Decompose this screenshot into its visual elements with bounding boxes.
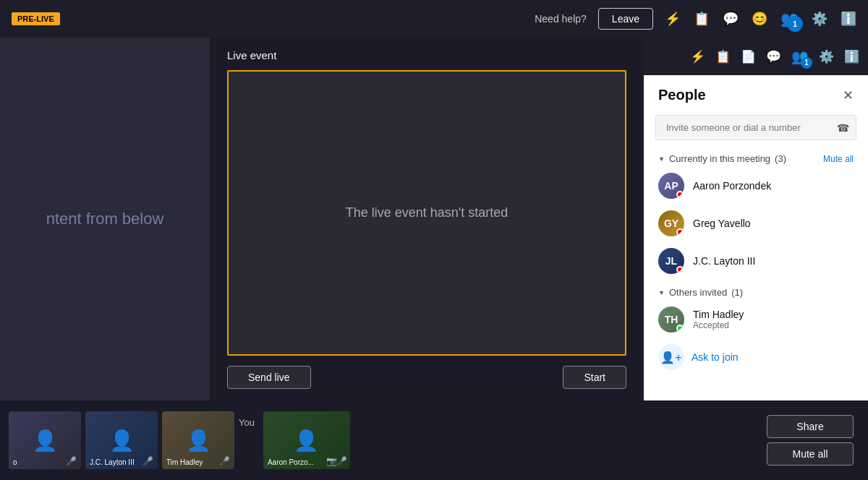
status-dot-greg [676,228,684,236]
share-button[interactable]: Share [767,415,854,438]
left-panel: ntent from below [0,38,210,400]
pre-live-badge: PRE-LIVE [12,12,60,25]
video-main: The live event hasn't started [227,70,626,356]
thumbnail-item-jc: 👤 J.C. Layton III 🎤 [85,411,158,469]
people-title: People [658,87,706,103]
ask-to-join-row[interactable]: 👤+ Ask to join [644,338,868,376]
settings-icon-right[interactable]: ⚙️ [819,49,834,64]
person-row-aaron: AP Aaron Porzondek [644,167,868,205]
bottom-right-buttons: Share Mute all [752,415,868,466]
chevron-down-icon-others: ▼ [658,289,665,296]
notes2-icon-right[interactable]: 📄 [741,49,756,64]
thumb-mic-jc: 🎤 [142,456,153,466]
invite-row: ☎ [655,115,856,140]
thumb-label-aaron: Aaron Porzo... [268,458,326,466]
people-icon[interactable]: 👥 1 [780,10,799,27]
person-info-tim: Tim Hadley Accepted [693,309,744,330]
avatar-initials-tim: TH [665,314,678,325]
thumbnail-item-aaron: 👤 Aaron Porzo... 📷 🎤 [263,411,350,469]
send-live-button[interactable]: Send live [227,366,311,389]
avatar-initials-jc: JL [665,255,677,267]
video-placeholder-text: The live event hasn't started [346,205,509,220]
person-row-jc: JL J.C. Layton III [644,242,868,280]
avatar-initials-aaron: AP [664,180,678,192]
currently-section-header: ▼ Currently in this meeting (3) Mute all [644,146,868,167]
thumb-label-jc: J.C. Layton III [90,458,140,466]
thumb-video-aaron: 📷 [326,456,337,466]
status-dot-jc [676,266,684,273]
close-people-button[interactable]: ✕ [843,87,854,103]
activity-icon-right[interactable]: ⚡ [690,49,705,64]
right-panel-toolbar: ⚡ 📋 📄 💬 👥 1 ⚙️ ℹ️ [644,38,868,75]
currently-section-title: ▼ Currently in this meeting (3) [658,153,786,164]
avatar-initials-greg: GY [664,218,678,229]
thumb-label-1: o [13,458,64,466]
need-help-text: Need help? [535,13,587,25]
others-count: (1) [731,287,743,298]
top-bar-icons: ⚡ 📋 💬 😊 👥 1 ⚙️ ℹ️ [665,10,856,27]
people-icon-right[interactable]: 👥 1 [791,48,809,65]
mute-all-bottom-button[interactable]: Mute all [767,442,854,466]
start-button[interactable]: Start [563,366,626,389]
top-bar-center: Need help? Leave ⚡ 📋 💬 😊 👥 1 ⚙️ ℹ️ [535,8,856,30]
chat-icon-right[interactable]: 💬 [766,49,781,64]
thumb-mic-1: 🎤 [66,456,77,466]
center-buttons: Send live Start [227,366,626,389]
thumb-mic-tim: 🎤 [219,456,230,466]
person-name-greg: Greg Yavello [693,218,751,229]
person-row-greg: GY Greg Yavello [644,205,868,242]
ask-join-icon: 👤+ [658,344,684,370]
leave-button[interactable]: Leave [598,8,653,30]
person-sub-tim: Accepted [693,320,744,330]
left-panel-text: ntent from below [46,210,164,228]
people-count-badge: 1 [801,57,812,69]
status-dot-aaron [676,191,684,198]
thumb-mic-aaron: 🎤 [336,456,347,466]
mute-all-button[interactable]: Mute all [823,154,854,164]
info-icon-right[interactable]: ℹ️ [844,49,859,64]
activity-icon[interactable]: ⚡ [665,11,681,27]
right-panel: ⚡ 📋 📄 💬 👥 1 ⚙️ ℹ️ People ✕ ☎ ▼ Currently [644,38,868,400]
ask-join-text: Ask to join [692,351,739,363]
settings-icon[interactable]: ⚙️ [812,11,827,27]
thumb-label-tim: Tim Hadley [166,458,217,466]
thumbnail-item-1: 👤 o 🎤 [9,411,81,469]
chevron-down-icon: ▼ [658,155,665,163]
avatar-jc: JL [658,248,684,274]
thumbnail-item-tim: 👤 Tim Hadley 🎤 [162,411,234,469]
people-badge: 1 [787,16,803,32]
person-name-tim: Tim Hadley [693,309,744,320]
live-event-label: Live event [227,49,626,61]
top-bar: PRE-LIVE Need help? Leave ⚡ 📋 💬 😊 👥 1 ⚙️… [0,0,868,38]
people-header: People ✕ [644,75,868,109]
others-section-header: ▼ Others invited (1) [644,280,868,301]
person-name-aaron: Aaron Porzondek [693,180,771,192]
you-label: You [239,411,255,428]
invite-input[interactable] [655,115,856,140]
others-label: Others invited [669,287,727,298]
currently-label: Currently in this meeting [669,153,770,164]
notes-icon-right[interactable]: 📋 [715,49,731,64]
avatar-aaron: AP [658,173,684,199]
bottom-thumbnails: 👤 o 🎤 👤 J.C. Layton III 🎤 👤 Tim Hadley 🎤… [0,411,752,469]
currently-count: (3) [775,153,786,164]
person-row-tim: TH Tim Hadley Accepted [644,301,868,338]
bottom-bar: 👤 o 🎤 👤 J.C. Layton III 🎤 👤 Tim Hadley 🎤… [0,400,868,480]
main-content: ntent from below Live event The live eve… [0,38,868,400]
person-name-jc: J.C. Layton III [693,255,755,267]
reactions-icon[interactable]: 😊 [752,11,767,27]
person-add-icon: 👤+ [660,351,681,364]
avatar-tim: TH [658,307,684,333]
avatar-greg: GY [658,210,684,236]
notes-icon[interactable]: 📋 [694,11,710,27]
others-section-title: ▼ Others invited (1) [658,287,743,298]
chat-icon[interactable]: 💬 [723,11,739,27]
status-dot-tim [676,325,684,332]
info-icon[interactable]: ℹ️ [841,11,856,27]
center-area: Live event The live event hasn't started… [210,38,644,400]
invite-call-icon: ☎ [837,122,849,134]
